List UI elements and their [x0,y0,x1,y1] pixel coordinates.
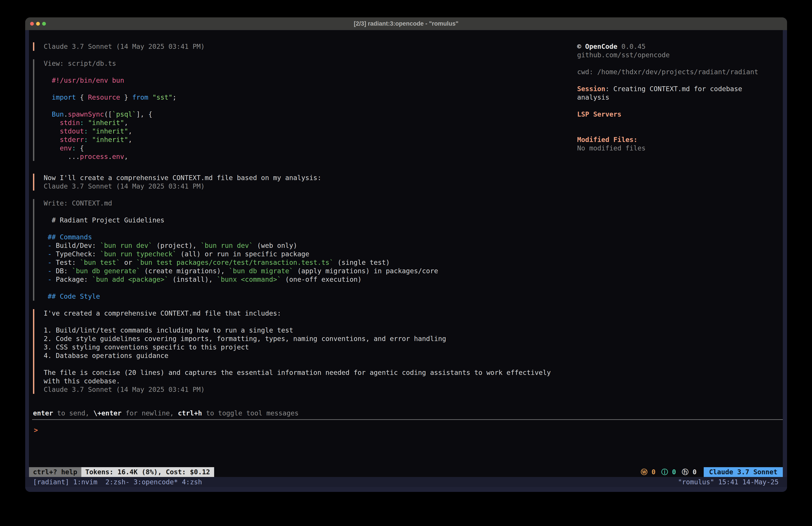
text-segment: : [84,127,88,135]
text-segment: (install), [169,275,217,283]
sidebar-line: © OpenCode 0.0.45 [577,42,782,51]
text-segment: `bun run dev` [201,242,253,250]
hint-line: enter to send, \+enter for newline, ctrl… [33,409,299,417]
tool-line: env: { [44,144,176,153]
text-segment: (single test) [333,258,390,266]
sidebar-line: Modified Files: [577,136,782,144]
text-segment: `bun run typecheck` [100,250,176,258]
tool-line: stdin: "inherit", [44,118,176,127]
tool-line [44,284,438,292]
text-segment: (apply migrations) in packages/core [293,267,438,275]
text-segment: , [124,153,128,160]
text-segment: No modified files [577,144,646,152]
tool-line: stderr: "inherit", [44,136,176,144]
tool-line: #!/usr/bin/env bun [44,76,176,85]
text-segment [44,119,60,127]
text-segment: : [605,85,613,93]
tmux-status-bar: [radiant] 1:nvim 2:zsh- 3:opencode* 4:zs… [25,477,787,487]
block-lines: Write: CONTEXT.md # Radiant Project Guid… [44,199,438,301]
text-segment: (web only) [253,242,297,250]
tool-line: stdout: "inherit", [44,127,176,136]
tool-line: Write: CONTEXT.md [44,199,438,208]
tool-line: - Build/Dev: `bun run dev` (project), `b… [44,241,438,250]
text-segment: . [108,153,112,160]
text-segment: - [44,267,56,275]
tool-line: - TypeCheck: `bun run typecheck` (all) o… [44,250,438,258]
block-indicator-bar [33,199,34,301]
block-indicator-bar [33,174,34,190]
help-badge[interactable]: ctrl+? help [29,467,81,477]
assistant-message-block: I've created a comprehensive CONTEXT.md … [33,309,575,394]
text-segment: : [80,119,84,127]
text-segment: "inherit" [92,127,128,135]
text-segment [148,94,153,101]
window-title: [2/3] radiant:3:opencode - "romulus" [25,17,787,30]
input-separator [32,419,783,420]
tool-line: ...process.env, [44,153,176,161]
tool-output-block: View: script/db.ts #!/usr/bin/env bun im… [33,59,575,161]
text-segment: from [132,94,148,101]
text-segment: import [52,94,76,101]
message-line: 1. Build/lint/test commands including ho… [44,326,551,335]
text-segment: spawnSync [68,110,104,118]
sidebar-line: No modified files [577,144,782,153]
sidebar-line [577,127,782,136]
sidebar-line [577,59,782,68]
input-hint-text: enter to send, \+enter for newline, ctrl… [33,409,299,417]
sidebar-line: cwd: /home/thdxr/dev/projects/radiant/ra… [577,68,782,76]
block-indicator-bar [33,309,34,394]
text-segment: ], { [136,110,152,118]
terminal-window: [2/3] radiant:3:opencode - "romulus" Cla… [25,17,787,492]
text-segment: Bun [52,110,64,118]
tool-line [44,208,438,216]
tool-line [44,102,176,110]
text-segment: 4. Database operations guidance [44,352,169,359]
session-sidebar: © OpenCode 0.0.45github.com/sst/opencode… [577,42,782,153]
text-segment: or [120,258,136,266]
message-line: 2. Code style guidelines covering import… [44,335,551,343]
tool-line [44,225,438,233]
text-segment: , [124,119,128,127]
text-segment: "sst" [153,94,173,101]
text-segment: (create migrations), [140,267,229,275]
message-input[interactable]: > [34,426,778,435]
text-segment: ... [44,153,80,160]
text-segment: - [44,275,56,283]
text-segment: Build/Dev: [56,242,100,250]
desktop: [2/3] radiant:3:opencode - "romulus" Cla… [0,0,812,526]
block-lines: View: script/db.ts #!/usr/bin/env bun im… [44,59,176,161]
text-segment: #!/usr/bin/env bun [52,76,124,84]
tool-output-block: Write: CONTEXT.md # Radiant Project Guid… [33,199,575,301]
text-segment: ## Code Style [44,293,100,300]
text-segment: stdout [60,127,84,135]
text-segment: `bun test` [80,258,120,266]
text-segment: TypeCheck: [56,250,100,258]
sidebar-line: Session: Creating CONTEXT.md for codebas… [577,85,782,93]
text-segment: ([ [104,110,112,118]
text-segment: enter [33,409,53,417]
status-bar: ctrl+? help Tokens: 16.4K (8%), Cost: $0… [29,467,783,477]
message-line [44,360,551,368]
tool-line: # Radiant Project Guidelines [44,216,438,225]
text-segment: ctrl+h [178,409,202,417]
text-segment: with this codebase. [44,377,120,385]
sidebar-line [577,118,782,127]
status-bar-right: ⓦ 0ⓘ 0ⓗ 0Claude 3.7 Sonnet [641,467,783,477]
tool-line [44,85,176,93]
text-segment: I've created a comprehensive CONTEXT.md … [44,309,281,317]
text-segment: cwd: /home/thdxr/dev/projects/radiant/ra… [577,68,758,76]
text-segment: (all) or run in specific package [176,250,309,258]
text-segment: 3. CSS styling conventions specific to t… [44,343,249,351]
text-segment [44,76,52,84]
text-segment: View: script/db.ts [44,59,116,67]
text-segment: Creating CONTEXT.md for codebase [613,85,742,93]
message-line: Claude 3.7 Sonnet (14 May 2025 03:41 PM) [44,385,551,394]
text-segment: , [128,127,132,135]
text-segment: Write: CONTEXT.md [44,199,112,207]
tool-line: Bun.spawnSync([`psql`], { [44,110,176,118]
message-line: 4. Database operations guidance [44,352,551,360]
tmux-window-list[interactable]: [radiant] 1:nvim 2:zsh- 3:opencode* 4:zs… [33,478,202,486]
message-line: I've created a comprehensive CONTEXT.md … [44,309,551,317]
text-segment: . [64,110,68,118]
hint-counter: ⓗ 0 [682,468,697,477]
